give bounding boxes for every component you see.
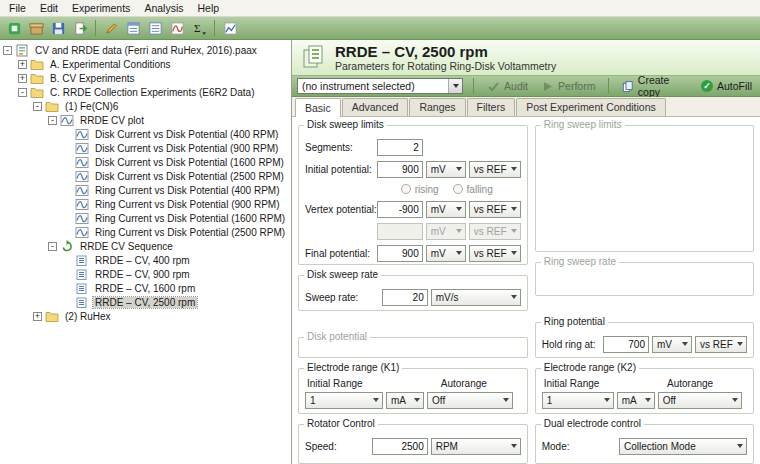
hold-ring-ref-select[interactable]: vs REF xyxy=(695,336,747,353)
tree-item-label[interactable]: C. RRDE Collection Experiments (E6R2 Dat… xyxy=(48,87,257,98)
instrument-select-arrow[interactable] xyxy=(448,79,462,93)
sweep-rate-unit-select[interactable]: mV/s xyxy=(431,289,521,306)
menu-analysis[interactable]: Analysis xyxy=(137,1,190,15)
k1-range-select[interactable]: 1 xyxy=(305,392,383,409)
k2-range-select[interactable]: 1 xyxy=(542,392,614,409)
sweep-rate-input[interactable] xyxy=(382,289,428,306)
tab-advanced[interactable]: Advanced xyxy=(342,98,409,116)
tree-item-label[interactable]: Ring Current vs Disk Potential (1600 RPM… xyxy=(93,213,287,224)
mode-value: Collection Mode xyxy=(624,441,734,452)
initial-potential-unit-select[interactable]: mV xyxy=(426,161,466,178)
save-icon[interactable] xyxy=(48,19,68,38)
instrument-select[interactable]: (no instrument selected) xyxy=(297,78,463,94)
menubar: FileEditExperimentsAnalysisHelp xyxy=(0,0,760,17)
toolbar-separator xyxy=(95,20,96,36)
tree-item-label[interactable]: A. Experimental Conditions xyxy=(48,59,173,70)
tree-item-label[interactable]: Disk Current vs Disk Potential (400 RPM) xyxy=(93,129,280,140)
tree-item-label[interactable]: CV and RRDE data (Ferri and RuHex, 2016)… xyxy=(33,45,259,56)
menu-file[interactable]: File xyxy=(2,1,33,15)
vertex-potential-unit-select[interactable]: mV xyxy=(426,201,466,218)
tree-item-label[interactable]: RRDE CV plot xyxy=(78,115,146,126)
create-copy-button[interactable]: Create copy xyxy=(619,73,691,99)
rising-radio[interactable]: rising xyxy=(401,184,439,195)
audit-button[interactable]: Audit xyxy=(484,79,531,94)
unit-value: mA xyxy=(391,395,411,406)
sum-icon[interactable]: Σ xyxy=(189,19,209,38)
new-archive-icon[interactable] xyxy=(4,19,24,38)
tab-basic[interactable]: Basic xyxy=(295,98,341,117)
tab-filters[interactable]: Filters xyxy=(467,98,516,116)
k2-autorange-select[interactable]: Off xyxy=(658,392,742,409)
final-potential-input[interactable] xyxy=(377,245,423,262)
tree-item-label[interactable]: RRDE – CV, 900 rpm xyxy=(93,269,192,280)
ring-sweep-limits-group: Ring sweep limits xyxy=(535,125,754,252)
sweep-rate-label: Sweep rate: xyxy=(305,292,382,303)
hold-ring-input[interactable] xyxy=(603,336,649,353)
radio-icon xyxy=(401,184,411,194)
parameters-panel: RRDE – CV, 2500 rpm Parameters for Rotat… xyxy=(292,40,760,464)
falling-radio[interactable]: falling xyxy=(453,184,493,195)
panel-header: RRDE – CV, 2500 rpm Parameters for Rotat… xyxy=(292,40,760,76)
vertex-potential-ref-select[interactable]: vs REF xyxy=(469,201,521,218)
segments-input[interactable] xyxy=(377,139,423,156)
vertex-potential-input[interactable] xyxy=(377,201,423,218)
tree-item-label[interactable]: Ring Current vs Disk Potential (900 RPM) xyxy=(93,199,282,210)
tree-item-label[interactable]: RRDE – CV, 2500 rpm xyxy=(93,297,197,308)
chart-icon[interactable] xyxy=(220,19,240,38)
speed-unit-select[interactable]: RPM xyxy=(431,438,521,455)
details-view-icon[interactable] xyxy=(145,19,165,38)
export-icon[interactable] xyxy=(70,19,90,38)
expand-toggle[interactable]: + xyxy=(33,312,42,321)
k2-unit-select[interactable]: mA xyxy=(617,392,655,409)
tab-post-experiment-conditions[interactable]: Post Experiment Conditions xyxy=(516,98,666,116)
list-view-icon[interactable] xyxy=(123,19,143,38)
collapse-toggle[interactable]: - xyxy=(18,88,27,97)
folder-icon xyxy=(45,100,60,113)
k1-autorange-select[interactable]: Off xyxy=(427,392,513,409)
chevron-down-icon xyxy=(456,251,462,255)
mode-select[interactable]: Collection Mode xyxy=(619,438,747,455)
tree-item-label[interactable]: B. CV Experiments xyxy=(48,73,136,84)
collapse-toggle[interactable]: - xyxy=(33,102,42,111)
segments-row: Segments: xyxy=(305,138,521,156)
tree-item-label[interactable]: (1) Fe(CN)6 xyxy=(63,101,120,112)
initial-potential-input[interactable] xyxy=(377,161,423,178)
main-toolbar: Σ xyxy=(0,17,760,40)
perform-button[interactable]: Perform xyxy=(538,79,598,94)
tree-item-label[interactable]: (2) RuHex xyxy=(63,311,113,322)
tree-item-label[interactable]: Ring Current vs Disk Potential (2500 RPM… xyxy=(93,227,287,238)
tree-item-label[interactable]: Disk Current vs Disk Potential (900 RPM) xyxy=(93,143,280,154)
menu-help[interactable]: Help xyxy=(190,1,226,15)
autofill-button[interactable]: ✓ AutoFill xyxy=(698,79,755,93)
collapse-toggle[interactable]: - xyxy=(48,116,57,125)
edit-plot-icon[interactable] xyxy=(167,19,187,38)
electrode-range-k1-group: Electrode range (K1) Initial Range Autor… xyxy=(298,368,528,414)
expand-toggle[interactable]: + xyxy=(18,60,27,69)
tree-item-label[interactable]: Ring Current vs Disk Potential (400 RPM) xyxy=(93,185,282,196)
second-vertex-unit-select: mV xyxy=(426,223,466,240)
group-title: Electrode range (K1) xyxy=(304,362,402,373)
tree-row: RRDE – CV, 1600 rpm xyxy=(0,281,291,295)
speed-input[interactable] xyxy=(372,438,428,455)
tree-item-label[interactable]: RRDE – CV, 400 rpm xyxy=(93,255,192,266)
final-potential-ref-select[interactable]: vs REF xyxy=(469,245,521,262)
tab-ranges[interactable]: Ranges xyxy=(409,98,465,116)
tree-item-label[interactable]: RRDE CV Sequence xyxy=(78,241,175,252)
hold-ring-unit-select[interactable]: mV xyxy=(652,336,692,353)
initial-potential-ref-select[interactable]: vs REF xyxy=(469,161,521,178)
collapse-toggle[interactable]: - xyxy=(48,242,57,251)
collapse-toggle[interactable]: - xyxy=(3,46,12,55)
tree-item-label[interactable]: RRDE – CV, 1600 rpm xyxy=(93,283,197,294)
expand-toggle[interactable]: + xyxy=(18,74,27,83)
edit-icon[interactable] xyxy=(101,19,121,38)
tree-item-label[interactable]: Disk Current vs Disk Potential (2500 RPM… xyxy=(93,171,286,182)
open-archive-icon[interactable] xyxy=(26,19,46,38)
tree-item-label[interactable]: Disk Current vs Disk Potential (1600 RPM… xyxy=(93,157,286,168)
group-title: Rotator Control xyxy=(304,418,378,429)
copy-icon xyxy=(622,80,634,93)
menu-edit[interactable]: Edit xyxy=(33,1,65,15)
chevron-down-icon xyxy=(503,398,509,402)
k1-unit-select[interactable]: mA xyxy=(386,392,424,409)
menu-experiments[interactable]: Experiments xyxy=(65,1,137,15)
final-potential-unit-select[interactable]: mV xyxy=(426,245,466,262)
